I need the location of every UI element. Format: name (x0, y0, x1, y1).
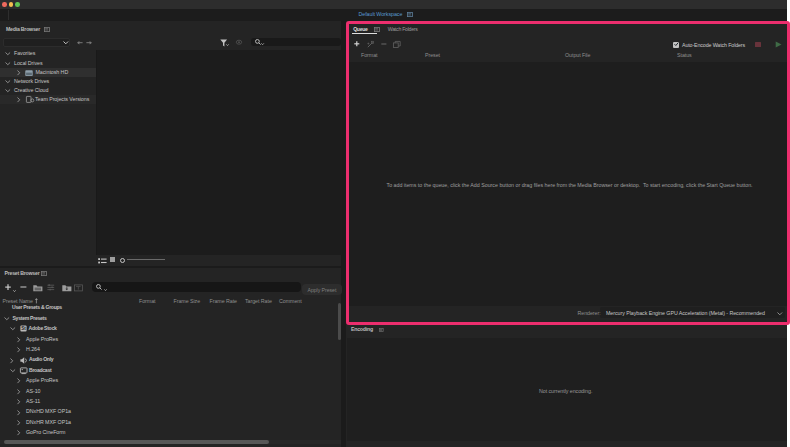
svg-text:St: St (21, 327, 26, 332)
